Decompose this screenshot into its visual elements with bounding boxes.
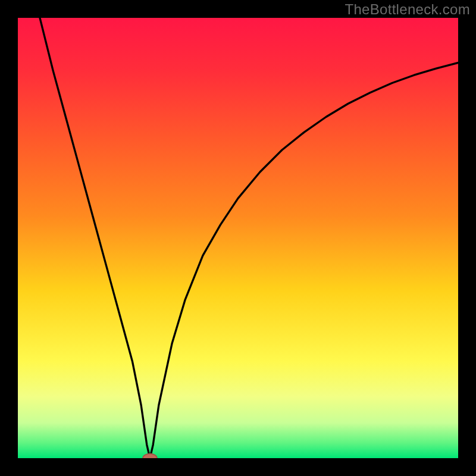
watermark-text: TheBottleneck.com	[345, 1, 470, 18]
bottleneck-chart	[18, 18, 458, 458]
chart-frame: TheBottleneck.com	[0, 0, 476, 476]
minimum-marker	[143, 454, 157, 458]
plot-area	[18, 18, 458, 458]
